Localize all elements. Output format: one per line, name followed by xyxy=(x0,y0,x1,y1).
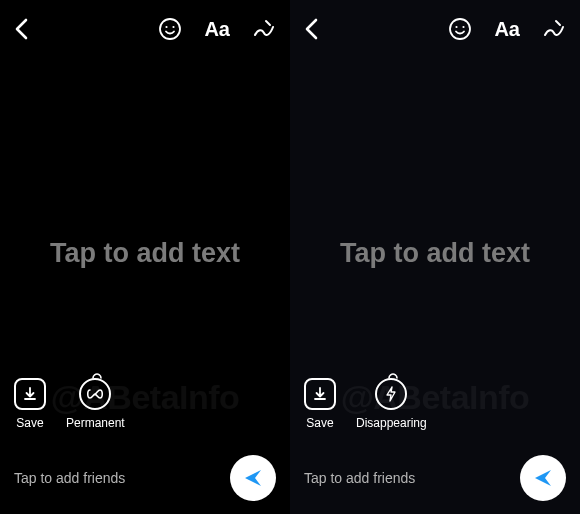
save-button[interactable]: Save xyxy=(304,378,336,430)
emoji-button[interactable] xyxy=(158,17,182,41)
send-button[interactable] xyxy=(230,455,276,501)
download-icon xyxy=(14,378,46,410)
svg-point-2 xyxy=(173,26,175,28)
chevron-left-icon xyxy=(304,18,318,40)
save-label: Save xyxy=(16,416,43,430)
mode-button[interactable]: Permanent xyxy=(66,378,125,430)
infinity-timer-icon xyxy=(79,378,111,410)
svg-point-0 xyxy=(160,19,180,39)
svg-point-3 xyxy=(450,19,470,39)
send-button[interactable] xyxy=(520,455,566,501)
send-icon xyxy=(241,466,265,490)
svg-point-1 xyxy=(166,26,168,28)
scribble-icon xyxy=(542,17,566,41)
emoji-button[interactable] xyxy=(448,17,472,41)
top-bar: Aa xyxy=(290,0,580,58)
action-row: Save Permanent xyxy=(0,378,290,430)
save-button[interactable]: Save xyxy=(14,378,46,430)
bolt-timer-icon xyxy=(375,378,407,410)
svg-point-4 xyxy=(456,26,458,28)
canvas-placeholder[interactable]: Tap to add text xyxy=(290,238,580,269)
recipients-hint[interactable]: Tap to add friends xyxy=(14,470,125,486)
download-icon xyxy=(304,378,336,410)
back-button[interactable] xyxy=(14,18,28,40)
top-bar: Aa xyxy=(0,0,290,58)
draw-button[interactable] xyxy=(252,17,276,41)
recipients-hint[interactable]: Tap to add friends xyxy=(304,470,415,486)
svg-point-5 xyxy=(463,26,465,28)
send-icon xyxy=(531,466,555,490)
text-tool-button[interactable]: Aa xyxy=(494,18,520,41)
status-editor-right: Aa Tap to add text @ABetaInfo Save Di xyxy=(290,0,580,514)
scribble-icon xyxy=(252,17,276,41)
status-editor-left: Aa Tap to add text @ABetaInfo Save Pe xyxy=(0,0,290,514)
bottom-bar: Tap to add friends xyxy=(0,450,290,506)
bottom-bar: Tap to add friends xyxy=(290,450,580,506)
mode-label: Disappearing xyxy=(356,416,427,430)
canvas-placeholder[interactable]: Tap to add text xyxy=(0,238,290,269)
action-row: Save Disappearing xyxy=(290,378,580,430)
mode-button[interactable]: Disappearing xyxy=(356,378,427,430)
smile-icon xyxy=(158,17,182,41)
smile-icon xyxy=(448,17,472,41)
text-tool-button[interactable]: Aa xyxy=(204,18,230,41)
save-label: Save xyxy=(306,416,333,430)
mode-label: Permanent xyxy=(66,416,125,430)
chevron-left-icon xyxy=(14,18,28,40)
back-button[interactable] xyxy=(304,18,318,40)
draw-button[interactable] xyxy=(542,17,566,41)
